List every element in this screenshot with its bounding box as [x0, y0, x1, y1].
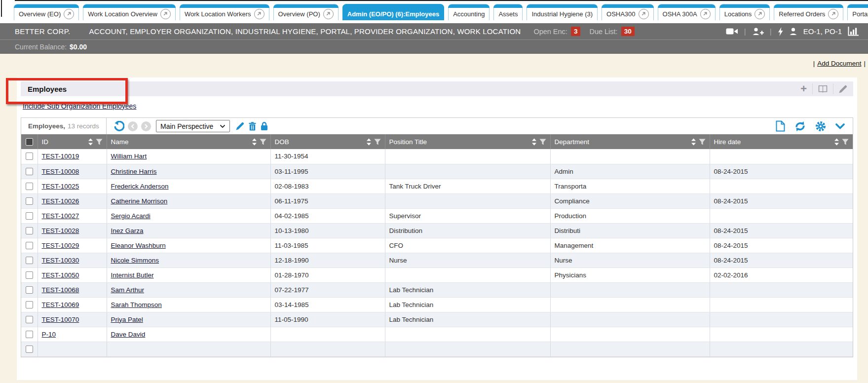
employee-name-link[interactable]: Inez Garza [111, 227, 144, 234]
lightning-icon[interactable] [778, 27, 783, 36]
tab-work-location-workers[interactable]: Work Location Workers [180, 4, 269, 20]
employee-name-link[interactable]: Sarah Thompson [111, 301, 162, 308]
tab-accounting[interactable]: Accounting [448, 4, 490, 20]
column-header-name[interactable]: Name [107, 134, 270, 149]
undo-icon[interactable] [113, 121, 124, 131]
row-checkbox[interactable] [26, 242, 33, 249]
tab-assets[interactable]: Assets [493, 4, 523, 20]
sort-icon[interactable] [88, 138, 93, 146]
employee-id-link[interactable]: TEST-10050 [42, 271, 79, 279]
external-link-icon[interactable] [323, 9, 334, 19]
employee-name-link[interactable]: Sergio Acardi [111, 212, 151, 220]
employee-name-link[interactable]: William Hart [111, 153, 147, 160]
add-person-icon[interactable] [752, 27, 764, 36]
filter-funnel-icon[interactable] [260, 139, 266, 145]
row-checkbox[interactable] [26, 153, 33, 160]
employee-id-link[interactable]: TEST-10070 [42, 316, 79, 323]
filter-funnel-icon[interactable] [842, 139, 849, 145]
column-header-position-title[interactable]: Position Title [385, 134, 550, 149]
employee-id-link[interactable]: TEST-10026 [42, 197, 79, 205]
row-checkbox[interactable] [26, 301, 33, 308]
prev-page-button[interactable] [128, 121, 138, 131]
filter-funnel-icon[interactable] [374, 139, 381, 145]
perspective-select[interactable]: Main Perspective [156, 120, 230, 132]
new-document-icon[interactable] [776, 120, 785, 132]
external-link-icon[interactable] [755, 9, 765, 19]
sort-icon[interactable] [691, 138, 696, 146]
employee-name-link[interactable]: Frederick Anderson [111, 183, 169, 190]
sort-icon[interactable] [252, 138, 257, 146]
column-header-dob[interactable]: DOB [270, 134, 385, 149]
employee-name-link[interactable]: Internist Butler [111, 271, 154, 279]
refresh-icon[interactable] [794, 121, 806, 132]
bar-chart-icon[interactable] [848, 27, 859, 36]
lock-icon[interactable] [261, 121, 268, 131]
employee-id-link[interactable]: TEST-10019 [42, 153, 79, 160]
employee-name-link[interactable]: Christine Harris [111, 168, 157, 175]
row-checkbox[interactable] [26, 286, 33, 294]
external-link-icon[interactable] [160, 9, 171, 19]
open-enc-badge[interactable]: 3 [571, 27, 581, 36]
external-link-icon[interactable] [64, 9, 74, 19]
filter-funnel-icon[interactable] [699, 139, 706, 145]
row-checkbox[interactable] [26, 212, 33, 220]
add-document-link[interactable]: Add Document [817, 60, 861, 67]
external-link-icon[interactable] [700, 9, 711, 19]
column-header-hire-date[interactable]: Hire date [710, 134, 853, 149]
collapse-chevron-icon[interactable] [835, 123, 845, 129]
sort-icon[interactable] [531, 138, 537, 146]
tab-admin-eo-po-6-employees[interactable]: Admin (EO/PO) (6):Employees [342, 4, 444, 20]
employee-name-link[interactable]: Dave David [111, 331, 146, 338]
sort-icon[interactable] [366, 138, 372, 146]
notebook-icon[interactable] [818, 85, 828, 93]
select-all-checkbox[interactable] [26, 138, 33, 146]
filter-funnel-icon[interactable] [539, 139, 546, 145]
employee-name-link[interactable]: Eleanor Washburn [111, 242, 166, 249]
tab-overview-eo[interactable]: Overview (EO) [14, 4, 79, 20]
column-header-department[interactable]: Department [550, 134, 710, 149]
person-icon[interactable] [789, 27, 797, 36]
tab-osha-300a[interactable]: OSHA 300A [658, 4, 716, 20]
external-link-icon[interactable] [254, 9, 264, 19]
employee-id-link[interactable]: TEST-10068 [42, 286, 79, 294]
employee-id-link[interactable]: P-10 [42, 331, 56, 338]
tab-industrial-hygiene-3[interactable]: Industrial Hygiene (3) [527, 4, 598, 20]
delete-trash-icon[interactable] [249, 122, 256, 131]
row-checkbox[interactable] [26, 227, 33, 234]
employee-id-link[interactable]: TEST-10030 [42, 257, 79, 264]
employee-name-link[interactable]: Sam Arthur [111, 286, 145, 294]
edit-pencil-icon[interactable] [839, 85, 847, 93]
row-checkbox[interactable] [26, 257, 33, 264]
column-header-id[interactable]: ID [38, 134, 107, 149]
row-checkbox[interactable] [26, 331, 33, 338]
employee-name-link[interactable]: Priya Patel [111, 316, 143, 323]
tab-overview-po[interactable]: Overview (PO) [273, 4, 339, 20]
row-checkbox[interactable] [26, 316, 33, 323]
filter-funnel-icon[interactable] [96, 139, 103, 145]
employee-id-link[interactable]: TEST-10025 [42, 183, 79, 190]
external-link-icon[interactable] [828, 9, 838, 19]
sort-icon[interactable] [834, 138, 839, 146]
row-checkbox[interactable] [26, 183, 33, 190]
row-checkbox[interactable] [26, 345, 33, 353]
tab-portal-manage[interactable]: Portal Manage [847, 4, 868, 20]
employee-id-link[interactable]: TEST-10069 [42, 301, 79, 308]
tab-locations[interactable]: Locations [719, 4, 770, 20]
employee-id-link[interactable]: TEST-10008 [42, 168, 79, 175]
row-checkbox[interactable] [26, 271, 33, 279]
employee-id-link[interactable]: TEST-10027 [42, 212, 79, 220]
row-checkbox[interactable] [26, 168, 33, 175]
edit-perspective-pencil-icon[interactable] [236, 122, 244, 130]
tab-work-location-overview[interactable]: Work Location Overview [83, 4, 176, 20]
next-page-button[interactable] [141, 121, 151, 131]
employee-id-link[interactable]: TEST-10029 [42, 242, 79, 249]
due-list-badge[interactable]: 30 [621, 27, 635, 36]
video-camera-icon[interactable] [726, 27, 738, 36]
gear-icon[interactable] [815, 121, 826, 132]
add-icon[interactable]: + [800, 84, 807, 93]
employee-id-link[interactable]: TEST-10028 [42, 227, 79, 234]
employee-name-link[interactable]: Nicole Simmons [111, 257, 159, 264]
row-checkbox[interactable] [26, 197, 33, 205]
include-sub-organization-link[interactable]: Include Sub Organization Employees [23, 102, 136, 110]
employee-name-link[interactable]: Catherine Morrison [111, 197, 168, 205]
